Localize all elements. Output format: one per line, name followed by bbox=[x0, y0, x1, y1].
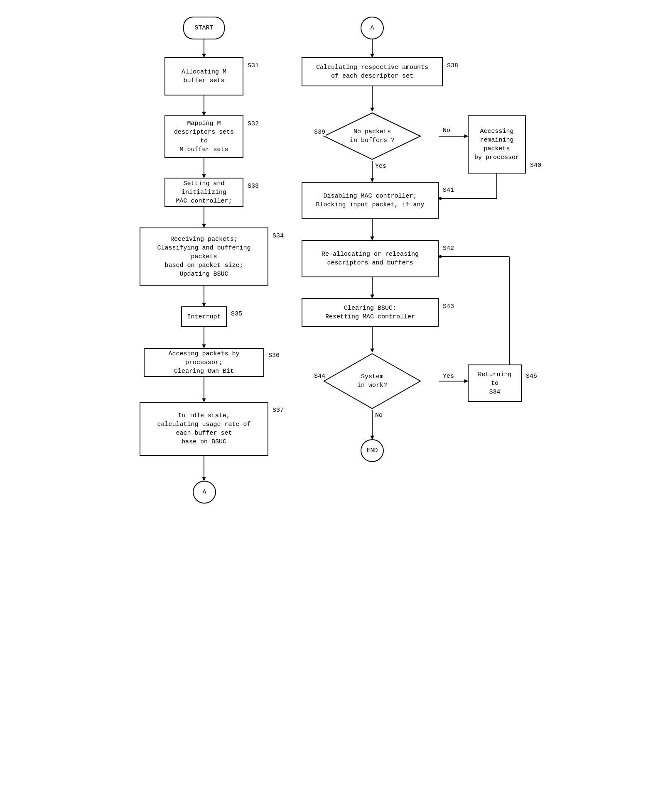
svg-marker-23 bbox=[464, 135, 468, 138]
box-s31: Allocating M buffer sets bbox=[164, 57, 243, 95]
diamond-s39: No packets in buffers ? bbox=[322, 111, 422, 161]
no-label-s44: No bbox=[374, 412, 383, 419]
label-s33: S33 bbox=[247, 183, 260, 190]
box-s40: Accessing remaining packets by processor bbox=[468, 115, 526, 174]
yes-label-s39: Yes bbox=[374, 163, 387, 170]
label-s42: S42 bbox=[442, 245, 455, 252]
svg-marker-21 bbox=[371, 179, 374, 182]
svg-marker-3 bbox=[202, 112, 206, 115]
diamond-s44: System in work? bbox=[322, 352, 422, 410]
label-s37: S37 bbox=[272, 407, 285, 414]
box-s34: Receiving packets; Classifying and buffe… bbox=[140, 227, 268, 286]
label-s40: S40 bbox=[529, 162, 542, 169]
label-s43: S43 bbox=[442, 303, 455, 310]
box-s37: In idle state, calculating usage rate of… bbox=[140, 402, 268, 456]
no-label-s39: No bbox=[442, 127, 451, 134]
box-s45: Returning to S34 bbox=[468, 364, 522, 402]
box-s41: Disabling MAC controller; Blocking input… bbox=[302, 182, 439, 219]
svg-marker-13 bbox=[202, 399, 206, 402]
svg-marker-19 bbox=[371, 108, 374, 111]
box-s35: Interrupt bbox=[181, 306, 227, 327]
svg-marker-15 bbox=[202, 477, 206, 481]
svg-marker-30 bbox=[371, 295, 374, 298]
box-s33: Setting and initializing MAC controller; bbox=[164, 178, 243, 207]
box-s38: Calculating respective amounts of each d… bbox=[302, 57, 443, 86]
svg-marker-32 bbox=[371, 349, 374, 352]
svg-marker-1 bbox=[202, 54, 206, 57]
connector-a-bottom: A bbox=[193, 481, 216, 504]
label-s32: S32 bbox=[247, 120, 260, 127]
box-s42: Re-allocating or releasing descriptors a… bbox=[302, 240, 439, 277]
svg-marker-11 bbox=[202, 345, 206, 348]
label-s31: S31 bbox=[247, 62, 260, 69]
label-s41: S41 bbox=[442, 187, 455, 194]
label-s39: S39 bbox=[313, 129, 326, 136]
label-s34: S34 bbox=[272, 232, 285, 240]
label-s45: S45 bbox=[525, 373, 538, 380]
box-s43: Clearing BSUC; Resetting MAC controller bbox=[302, 298, 439, 327]
svg-marker-9 bbox=[202, 303, 206, 306]
label-s44: S44 bbox=[313, 373, 326, 380]
label-s35: S35 bbox=[230, 311, 243, 318]
svg-marker-34 bbox=[464, 379, 468, 383]
end-node: END bbox=[361, 439, 384, 462]
svg-marker-17 bbox=[371, 54, 374, 57]
box-s32: Mapping M descriptors sets to M buffer s… bbox=[164, 115, 243, 158]
start-node: START bbox=[183, 17, 225, 39]
box-s36: Accesing packets by processor; Clearing … bbox=[144, 348, 264, 377]
svg-marker-7 bbox=[202, 224, 206, 227]
svg-marker-39 bbox=[371, 436, 374, 439]
flowchart: START A Allocating M buffer sets S31 Map… bbox=[123, 8, 530, 780]
label-s38: S38 bbox=[446, 62, 459, 69]
svg-marker-5 bbox=[202, 174, 206, 178]
yes-label-s44: Yes bbox=[442, 373, 455, 380]
connector-a-top: A bbox=[361, 17, 384, 39]
svg-marker-28 bbox=[371, 237, 374, 240]
label-s36: S36 bbox=[268, 352, 280, 359]
